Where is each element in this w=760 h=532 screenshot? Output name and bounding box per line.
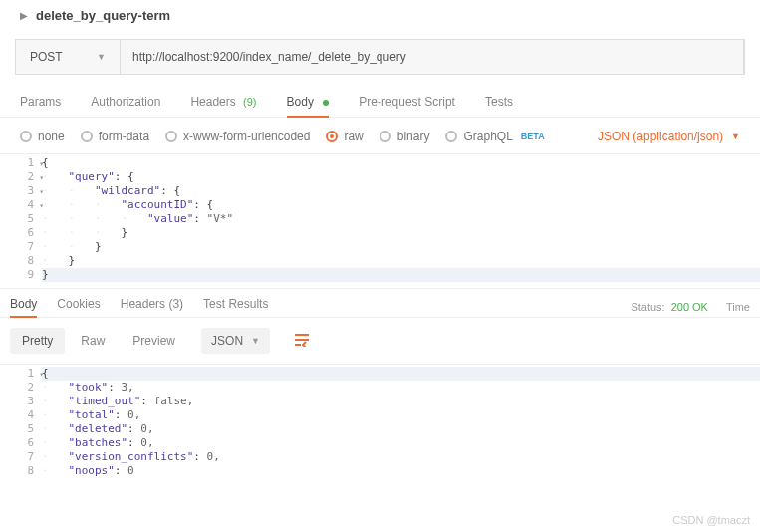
chevron-down-icon: ▼ <box>251 336 260 346</box>
resp-headers-count-badge: (3) <box>168 297 183 311</box>
body-type-urlencoded[interactable]: x-www-form-urlencoded <box>165 130 310 143</box>
radio-selected-icon <box>326 131 338 142</box>
view-raw-button[interactable]: Raw <box>69 328 117 354</box>
tab-body[interactable]: Body <box>287 95 330 117</box>
body-type-graphql[interactable]: GraphQLBETA <box>445 130 544 143</box>
radio-icon <box>81 131 93 142</box>
body-type-binary[interactable]: binary <box>380 130 430 143</box>
request-name: delete_by_query-term <box>36 8 170 23</box>
line-gutter: 1▾2▾3▾4▾56789 <box>0 154 42 282</box>
resp-tab-testresults[interactable]: Test Results <box>203 297 268 317</box>
url-input[interactable]: http://localhost:9200/index_name/_delete… <box>121 40 744 74</box>
breadcrumb: ▶ delete_by_query-term <box>0 0 760 31</box>
response-body-editor[interactable]: 1▾2345678 {· "took": 3,· "timed_out": fa… <box>0 365 760 478</box>
resp-tab-headers[interactable]: Headers (3) <box>121 297 183 317</box>
method-value: POST <box>30 50 63 64</box>
status-label: Status: <box>631 301 664 313</box>
time-label: Time <box>726 301 750 313</box>
resp-tab-headers-label: Headers <box>121 297 165 311</box>
view-preview-button[interactable]: Preview <box>121 328 187 354</box>
tab-headers-label: Headers <box>190 95 235 109</box>
tab-headers[interactable]: Headers (9) <box>190 95 256 117</box>
body-type-formdata[interactable]: form-data <box>81 130 149 143</box>
code-area[interactable]: {· "took": 3,· "timed_out": false,· "tot… <box>42 365 760 478</box>
request-tabs: Params Authorization Headers (9) Body Pr… <box>0 83 760 117</box>
request-body-editor[interactable]: 1▾2▾3▾4▾56789 {· "query": {· · "wildcard… <box>0 154 760 282</box>
status-area: Status: 200 OK Time <box>631 301 750 313</box>
chevron-down-icon: ▼ <box>97 52 106 62</box>
format-value: JSON <box>211 334 243 348</box>
radio-icon <box>380 131 391 142</box>
tab-prerequest[interactable]: Pre-request Script <box>359 95 455 117</box>
wrap-lines-icon[interactable] <box>294 333 310 350</box>
view-pretty-button[interactable]: Pretty <box>10 328 65 354</box>
format-select[interactable]: JSON ▼ <box>201 328 270 354</box>
http-method-select[interactable]: POST ▼ <box>16 40 121 74</box>
chevron-right-icon: ▶ <box>20 10 28 21</box>
body-type-none[interactable]: none <box>20 130 65 143</box>
resp-tab-cookies[interactable]: Cookies <box>57 297 100 317</box>
tab-tests[interactable]: Tests <box>485 95 513 117</box>
body-type-selector: none form-data x-www-form-urlencoded raw… <box>0 117 760 154</box>
radio-icon <box>445 131 457 142</box>
content-type-select[interactable]: JSON (application/json) ▼ <box>598 130 740 143</box>
radio-icon <box>20 131 32 142</box>
line-gutter: 1▾2345678 <box>0 365 42 478</box>
tab-params[interactable]: Params <box>20 95 61 117</box>
response-toolbar: Pretty Raw Preview JSON ▼ <box>0 317 760 365</box>
status-code: 200 OK <box>671 301 708 313</box>
tab-authorization[interactable]: Authorization <box>91 95 160 117</box>
resp-tab-body[interactable]: Body <box>10 297 37 317</box>
body-type-raw[interactable]: raw <box>326 130 363 143</box>
request-bar: POST ▼ http://localhost:9200/index_name/… <box>15 39 745 75</box>
tab-body-label: Body <box>287 95 314 109</box>
beta-badge: BETA <box>521 132 545 141</box>
headers-count-badge: (9) <box>243 96 256 108</box>
radio-icon <box>165 131 177 142</box>
response-tabs: Body Cookies Headers (3) Test Results St… <box>0 288 760 317</box>
code-area[interactable]: {· "query": {· · "wildcard": {· · · "acc… <box>42 154 760 282</box>
modified-dot-icon <box>323 100 329 106</box>
content-type-label: JSON (application/json) <box>598 130 723 143</box>
chevron-down-icon: ▼ <box>731 132 740 141</box>
